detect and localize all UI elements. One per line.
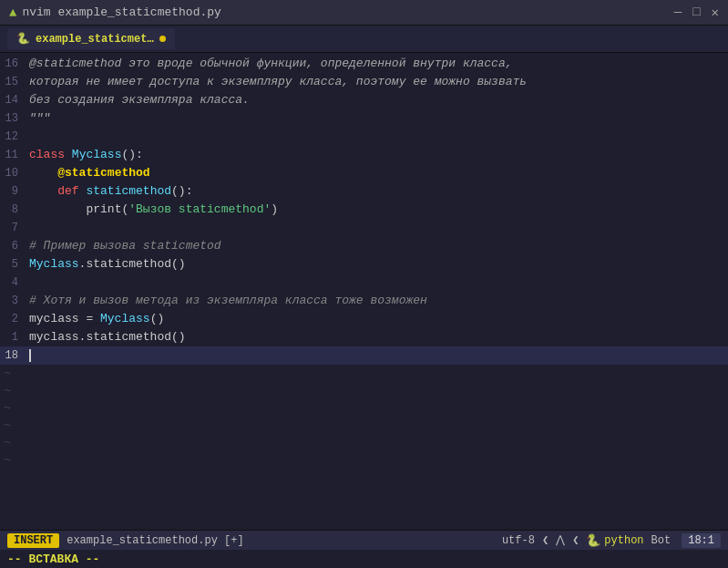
line-text: которая не имеет доступа к экземпляру кл…	[26, 73, 728, 90]
line-number: 6	[0, 238, 26, 255]
tab-label: example_staticmet…	[36, 33, 154, 46]
line-number: 7	[0, 220, 26, 237]
code-line-6: 6 # Пример вызова staticmetod	[0, 237, 728, 255]
code-line-7: 7	[0, 219, 728, 237]
line-text: # Пример вызова staticmetod	[26, 237, 728, 254]
line-number: 4	[0, 274, 26, 292]
maximize-button[interactable]: □	[692, 5, 700, 20]
line-number: 5	[0, 256, 26, 274]
line-number: 11	[0, 147, 26, 164]
position-indicator: 18:1	[682, 533, 721, 548]
titlebar: ▲ nvim example_staticmethod.py — □ ✕	[0, 0, 728, 26]
tab-icon: 🐍	[16, 32, 30, 46]
editor-area[interactable]: 16 @staticmethod это вроде обычной функц…	[0, 53, 728, 530]
line-text: myclass = Myclass()	[26, 310, 728, 327]
line-text: Myclass.staticmethod()	[26, 255, 728, 273]
tab-modified-dot	[159, 36, 166, 42]
command-line: -- ВСТАВКА --	[0, 550, 728, 568]
line-text	[26, 274, 728, 291]
line-number: 10	[0, 165, 26, 182]
window-title: nvim example_staticmethod.py	[22, 5, 220, 19]
line-number: 16	[0, 56, 26, 73]
code-line-14: 14 без создания экземпляра класса.	[0, 91, 728, 109]
cmd-text: -- ВСТАВКА --	[7, 553, 99, 566]
line-number: 18	[0, 347, 26, 365]
line-number: 13	[0, 110, 26, 128]
line-number: 12	[0, 129, 26, 146]
code-line-2: 2 myclass = Myclass()	[0, 310, 728, 328]
app-icon: ▲	[9, 5, 16, 20]
code-content: 16 @staticmethod это вроде обычной функц…	[0, 53, 728, 530]
line-text: myclass.staticmethod()	[26, 328, 728, 346]
tilde-line-6: ~	[0, 451, 728, 469]
line-number: 14	[0, 92, 26, 109]
line-text: без создания экземпляра класса.	[26, 91, 728, 108]
git-branch: ⋀	[556, 533, 565, 547]
scroll-status: Bot	[651, 534, 672, 547]
line-number: 1	[0, 329, 26, 346]
line-text: def staticmethod():	[26, 182, 728, 200]
language-indicator: 🐍 python	[586, 533, 643, 548]
line-text: class Myclass():	[26, 146, 728, 163]
tilde-line-1: ~	[0, 365, 728, 382]
line-text: print('Вызов staticmethod')	[26, 201, 728, 218]
line-text	[26, 128, 728, 145]
code-line-9: 9 def staticmethod():	[0, 182, 728, 201]
code-line-11: 11 class Myclass():	[0, 146, 728, 164]
git-right: ❮	[572, 533, 579, 547]
line-number: 8	[0, 201, 26, 219]
code-line-8: 8 print('Вызов staticmethod')	[0, 201, 728, 219]
code-line-4: 4	[0, 274, 728, 292]
line-text	[26, 219, 728, 236]
git-left: ❮	[542, 533, 549, 547]
minimize-button[interactable]: —	[674, 5, 682, 20]
code-line-16: 16 @staticmethod это вроде обычной функц…	[0, 55, 728, 73]
code-line-18-active: 18	[0, 346, 728, 365]
line-text: # Хотя и вызов метода из экземпляра клас…	[26, 292, 728, 309]
statusbar: INSERT example_staticmethod.py [+] utf-8…	[0, 530, 728, 550]
tilde-line-4: ~	[0, 417, 728, 434]
filename-status: example_staticmethod.py [+]	[67, 534, 243, 547]
titlebar-left: ▲ nvim example_staticmethod.py	[9, 5, 221, 20]
code-line-1: 1 myclass.staticmethod()	[0, 328, 728, 346]
line-number: 2	[0, 311, 26, 328]
python-icon: 🐍	[586, 533, 600, 548]
code-line-3: 3 # Хотя и вызов метода из экземпляра кл…	[0, 292, 728, 310]
mode-indicator: INSERT	[7, 533, 59, 548]
language-label: python	[604, 534, 643, 547]
encoding-status: utf-8	[502, 534, 535, 547]
line-text: """	[26, 109, 728, 127]
code-line-5: 5 Myclass.staticmethod()	[0, 255, 728, 274]
line-text	[26, 346, 728, 364]
line-text: @staticmethod это вроде обычной функции,…	[26, 55, 728, 72]
window-controls[interactable]: — □ ✕	[674, 5, 719, 20]
code-line-13: 13 """	[0, 109, 728, 128]
code-line-12: 12	[0, 128, 728, 146]
tabbar: 🐍 example_staticmet…	[0, 26, 728, 53]
line-text: @staticmethod	[26, 164, 728, 181]
tilde-line-5: ~	[0, 434, 728, 451]
file-tab[interactable]: 🐍 example_staticmet…	[7, 28, 175, 49]
tilde-line-3: ~	[0, 399, 728, 417]
line-number: 9	[0, 183, 26, 201]
line-number: 15	[0, 74, 26, 91]
close-button[interactable]: ✕	[712, 5, 719, 20]
code-line-15: 15 которая не имеет доступа к экземпляру…	[0, 73, 728, 91]
line-number: 3	[0, 293, 26, 310]
code-line-10: 10 @staticmethod	[0, 164, 728, 182]
tilde-line-2: ~	[0, 382, 728, 399]
